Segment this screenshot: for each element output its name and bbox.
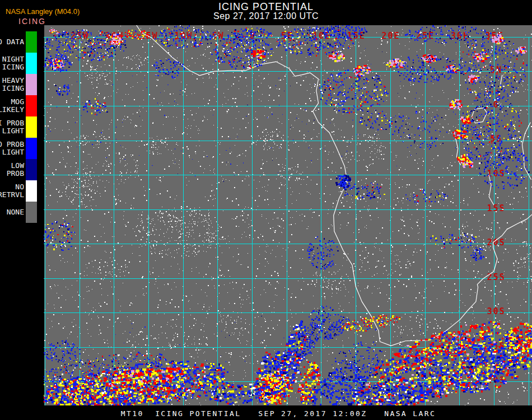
- legend-label-mog-likely: MOG LIKELY: [0, 95, 24, 116]
- legend-swatch-no-data: [26, 31, 37, 53]
- map-panel: [44, 25, 532, 405]
- legend-swatch-hi-prob-light: [26, 116, 37, 138]
- legend-label-heavy-icing: HEAVY ICING: [2, 74, 24, 95]
- legend-label-no-data: O DATA: [0, 31, 24, 53]
- legend-label-hi-prob-light: I PROB LIGHT: [0, 116, 24, 138]
- legend-swatch-night-icing: [26, 53, 37, 74]
- legend-label-night-icing: NIGHT ICING: [2, 53, 24, 74]
- legend-swatch-mog-likely: [26, 95, 37, 116]
- legend-label-no-retrieval: NO RETRVL: [0, 180, 24, 202]
- legend-swatch-low-prob: [26, 159, 37, 180]
- legend-swatch-heavy-icing: [26, 74, 37, 95]
- legend-swatch-no-retrieval: [26, 180, 37, 202]
- legend-swatch-none: [26, 202, 37, 223]
- legend-label-none: NONE: [7, 202, 24, 223]
- legend-swatch-lo-prob-light: [26, 138, 37, 159]
- page-root: { "header": { "title": "ICING POTENTIAL"…: [0, 0, 532, 420]
- map-canvas: [44, 25, 532, 405]
- page-subtitle: Sep 27, 2017 12:00 UTC: [0, 11, 532, 21]
- source-label: NASA Langley (M04.0): [6, 7, 80, 16]
- legend-label-low-prob: LOW PROB: [7, 159, 24, 180]
- footer-caption: MT10 ICING POTENTIAL SEP 27, 2017 12:00Z…: [121, 409, 436, 418]
- legend-label-lo-prob-light: O PROB LIGHT: [0, 138, 24, 159]
- product-label: ICING: [18, 17, 46, 26]
